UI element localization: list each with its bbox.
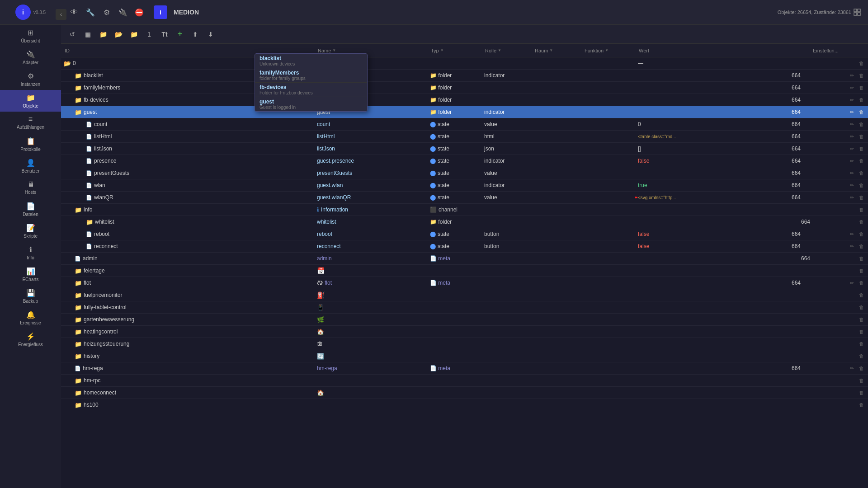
delete-button[interactable]: 🗑 bbox=[857, 145, 865, 153]
table-row[interactable]: 📁 hm-rpc 🗑 bbox=[61, 375, 868, 387]
table-row-guest[interactable]: 📁 guest guest 📁 folder indicator 664 ✏ 🗑 bbox=[61, 106, 868, 118]
delete-button[interactable]: 🗑 bbox=[857, 132, 865, 141]
folder-view-button[interactable]: 📁 bbox=[96, 28, 110, 41]
delete-button[interactable]: 🗑 bbox=[857, 108, 865, 116]
delete-button[interactable]: 🗑 bbox=[857, 254, 865, 263]
table-row[interactable]: 📄 hm-rega hm-rega 📄 meta 664 ✏ 🗑 bbox=[61, 362, 868, 375]
table-row[interactable]: 📂 0 📊 — 🗑 bbox=[61, 57, 868, 70]
delete-button[interactable]: 🗑 bbox=[857, 193, 865, 202]
header-einst[interactable]: Einstellun... bbox=[809, 44, 868, 57]
wrench-icon[interactable]: 🔧 bbox=[84, 6, 97, 19]
table-row[interactable]: 📄 presence guest.presence ⬤ state indica… bbox=[61, 155, 868, 167]
table-row[interactable]: 📄 listHtml listHtml ⬤ state html <table … bbox=[61, 131, 868, 143]
add-button[interactable]: + bbox=[173, 28, 187, 41]
edit-button[interactable]: ✏ bbox=[848, 108, 856, 116]
refresh-button[interactable]: ↺ bbox=[66, 28, 79, 41]
upload-button[interactable]: ⬆ bbox=[189, 28, 202, 41]
delete-button[interactable]: 🗑 bbox=[857, 218, 865, 226]
sidebar-item-adapter[interactable]: 🔌 Adapter bbox=[0, 47, 61, 68]
sidebar-item-objekte[interactable]: 📁 Objekte bbox=[0, 90, 61, 112]
download-button[interactable]: ⬇ bbox=[204, 28, 217, 41]
delete-button[interactable]: 🗑 bbox=[857, 389, 865, 397]
table-row-history[interactable]: 📁 history 🔄 🗑 bbox=[61, 350, 868, 362]
sidebar-item-energiefluss[interactable]: ⚡ Energiefluss bbox=[0, 328, 61, 350]
table-row[interactable]: 📁 gartenbewaesserung 🌿 🗑 bbox=[61, 314, 868, 326]
delete-button[interactable]: 🗑 bbox=[857, 96, 865, 104]
table-row[interactable]: 📄 presentGuests presentGuests ⬤ state va… bbox=[61, 167, 868, 179]
table-row[interactable]: 📁 info ℹ Information ⬛ channel 🗑 bbox=[61, 204, 868, 216]
delete-button[interactable]: 🗑 bbox=[857, 279, 865, 287]
edit-button[interactable]: ✏ bbox=[848, 169, 856, 177]
delete-button[interactable]: 🗑 bbox=[857, 59, 865, 67]
delete-button[interactable]: 🗑 bbox=[857, 267, 865, 275]
header-funktion[interactable]: Funktion ▼ bbox=[581, 44, 635, 57]
sidebar-item-echarts[interactable]: 📊 ECharts bbox=[0, 263, 61, 285]
table-row-wlanqr[interactable]: 📄 wlanQR guest.wlanQR ⬤ state value <svg… bbox=[61, 192, 868, 204]
disconnect-icon[interactable]: ⛔ bbox=[133, 6, 146, 19]
delete-button[interactable]: 🗑 bbox=[857, 169, 865, 177]
folder-alt-button[interactable]: 📁 bbox=[127, 28, 141, 41]
edit-button[interactable]: ✏ bbox=[848, 230, 856, 238]
delete-button[interactable]: 🗑 bbox=[857, 340, 865, 348]
table-row[interactable]: 📁 feiertage 📅 🗑 bbox=[61, 265, 868, 277]
delete-button[interactable]: 🗑 bbox=[857, 71, 865, 80]
table-row[interactable]: 📁 heatingcontrol 🏠 🗑 bbox=[61, 326, 868, 338]
edit-button[interactable]: ✏ bbox=[848, 181, 856, 189]
table-row[interactable]: 📁 whitelist whitelist 📁 folder 664 🗑 bbox=[61, 216, 868, 228]
table-row[interactable]: 📄 listJson listJson ⬤ state json [] 664 … bbox=[61, 143, 868, 155]
delete-button[interactable]: 🗑 bbox=[857, 230, 865, 238]
table-row[interactable]: 📄 reboot reboot ⬤ state button false 664… bbox=[61, 228, 868, 240]
table-row[interactable]: 📄 count count ⬤ state value 0 664 ✏ 🗑 bbox=[61, 118, 868, 131]
settings-icon[interactable]: ⚙ bbox=[100, 6, 113, 19]
sidebar-item-info[interactable]: ℹ Info bbox=[0, 242, 61, 263]
delete-button[interactable]: 🗑 bbox=[857, 376, 865, 385]
sidebar-collapse-button[interactable]: ‹ bbox=[56, 9, 66, 20]
delete-button[interactable]: 🗑 bbox=[857, 242, 865, 250]
edit-button[interactable]: ✏ bbox=[848, 193, 856, 202]
delete-button[interactable]: 🗑 bbox=[857, 352, 865, 360]
delete-button[interactable]: 🗑 bbox=[857, 181, 865, 189]
eye-icon[interactable]: 👁 bbox=[68, 6, 80, 19]
header-rolle[interactable]: Rolle ▼ bbox=[481, 44, 531, 57]
open-folder-button[interactable]: 📂 bbox=[112, 28, 125, 41]
table-row[interactable]: 📁 familyMembers familyMembers 📁 folder 6… bbox=[61, 82, 868, 94]
delete-button[interactable]: 🗑 bbox=[857, 120, 865, 128]
edit-button[interactable]: ✏ bbox=[848, 84, 856, 92]
table-row[interactable]: 📄 admin admin 📄 meta 664 🗑 bbox=[61, 253, 868, 265]
edit-button[interactable]: ✏ bbox=[848, 71, 856, 80]
header-wert[interactable]: Wert bbox=[635, 44, 809, 57]
sidebar-item-dateien[interactable]: 📄 Dateien bbox=[0, 198, 61, 220]
delete-button[interactable]: 🗑 bbox=[857, 157, 865, 165]
table-row[interactable]: 📁 homeconnect 🏠 🗑 bbox=[61, 387, 868, 399]
sidebar-item-protokolle[interactable]: 📋 Protokolle bbox=[0, 133, 61, 155]
delete-button[interactable]: 🗑 bbox=[857, 328, 865, 336]
grid-view-button[interactable]: ▦ bbox=[81, 28, 94, 41]
table-row[interactable]: 📁 fully-tablet-control 📱 🗑 bbox=[61, 301, 868, 314]
delete-button[interactable]: 🗑 bbox=[857, 291, 865, 299]
edit-button[interactable]: ✏ bbox=[848, 132, 856, 141]
sidebar-item-uebersicht[interactable]: ⊞ Übersicht bbox=[0, 25, 61, 47]
table-row[interactable]: 📁 blacklist blacklist 📁 folder indicator… bbox=[61, 70, 868, 82]
sidebar-item-skripte[interactable]: 📝 Skripte bbox=[0, 220, 61, 242]
table-row[interactable]: 📁 heizungssteuerung 🏚 🗑 bbox=[61, 338, 868, 350]
plug-icon[interactable]: 🔌 bbox=[117, 6, 129, 19]
edit-button[interactable]: ✏ bbox=[848, 364, 856, 372]
sidebar-item-instanzen[interactable]: ⚙ Instanzen bbox=[0, 68, 61, 90]
delete-button[interactable]: 🗑 bbox=[857, 303, 865, 311]
edit-button[interactable]: ✏ bbox=[848, 96, 856, 104]
delete-button[interactable]: 🗑 bbox=[857, 84, 865, 92]
edit-button[interactable]: ✏ bbox=[848, 145, 856, 153]
table-row[interactable]: 📁 flot 🗘 flot 📄 meta 664 ✏ 🗑 bbox=[61, 277, 868, 289]
edit-button[interactable]: ✏ bbox=[848, 120, 856, 128]
header-typ[interactable]: Typ ▼ bbox=[427, 44, 481, 57]
sidebar-item-benutzer[interactable]: 👤 Benutzer bbox=[0, 155, 61, 177]
table-row[interactable]: 📄 wlan guest.wlan ⬤ state indicator true… bbox=[61, 179, 868, 192]
edit-button[interactable]: ✏ bbox=[848, 242, 856, 250]
delete-button[interactable]: 🗑 bbox=[857, 364, 865, 372]
table-row[interactable]: 📄 reconnect reconnect ⬤ state button fal… bbox=[61, 240, 868, 253]
text-format-button[interactable]: Tt bbox=[158, 28, 171, 41]
header-raum[interactable]: Raum ▼ bbox=[531, 44, 581, 57]
edit-button[interactable]: ✏ bbox=[848, 279, 856, 287]
sidebar-item-ereignisse[interactable]: 🔔 Ereignisse bbox=[0, 307, 61, 328]
number-button[interactable]: 1 bbox=[142, 28, 156, 41]
